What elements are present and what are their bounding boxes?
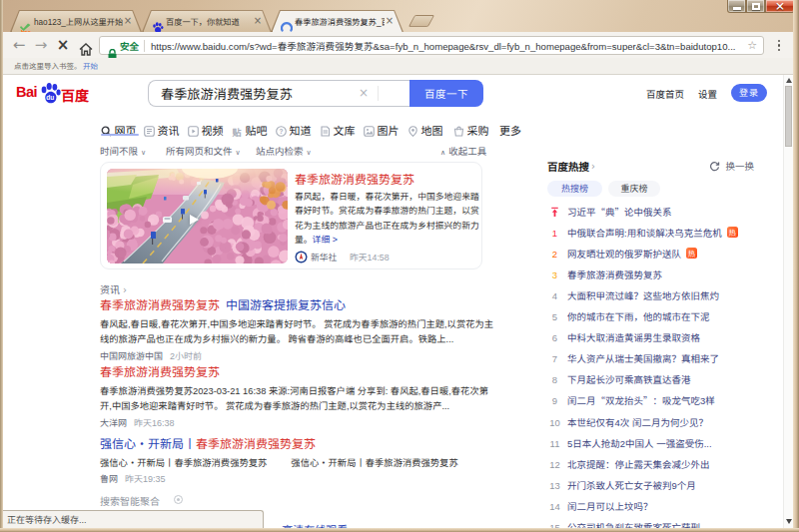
tab-close-icon[interactable]: × <box>384 14 396 28</box>
window-close-button[interactable]: × <box>765 0 795 13</box>
result-snippet: 强信心·开新局丨春季旅游消费强势复苏强信心·开新局丨春季旅游消费强势复苏 <box>100 455 523 470</box>
nav-tab-4[interactable]: 贴贴吧 <box>232 116 268 132</box>
nav-tab-10[interactable]: 更多 <box>499 116 521 132</box>
nav-tab-1[interactable]: 网页 <box>101 116 137 132</box>
hot-item-text[interactable]: 开门杀致人死亡女子被判9个月 <box>567 475 696 496</box>
hot-item-text[interactable]: 本世纪仅有4次 闰二月为何少见？ <box>567 412 708 433</box>
new-tab-button[interactable] <box>408 15 434 27</box>
search-input[interactable]: 春季旅游消费强势复苏 × <box>148 80 409 107</box>
back-button[interactable]: ← <box>8 32 30 58</box>
hot-search-item-3[interactable]: 3春季旅游消费强势复苏 <box>547 265 777 285</box>
video-result-title[interactable]: 春季旅游消费强势复苏 <box>295 170 414 187</box>
hot-search-item-1[interactable]: 1中俄联合声明:用和谈解决乌克兰危机热 <box>547 223 777 244</box>
hot-search-item-10[interactable]: 10本世纪仅有4次 闰二月为何少见？ <box>547 412 777 433</box>
rank-number: 11 <box>547 433 562 454</box>
clear-search-icon[interactable]: × <box>357 81 371 106</box>
hot-search-item-5[interactable]: 5你的城市在下雨，他的城市在下泥 <box>547 306 777 327</box>
clipped-result-title[interactable]: ∧高清在线观看 <box>267 521 348 528</box>
filter-dropdown-1[interactable]: 时间不限∨ <box>100 144 146 160</box>
home-button[interactable] <box>75 32 97 58</box>
hot-tab-chongqing[interactable]: 重庆榜 <box>608 181 660 197</box>
filter-dropdown-3[interactable]: 站点内检索∨ <box>256 144 312 160</box>
hot-search-item-15[interactable]: 15公交司机急刹车致乘客死亡获刑 <box>547 517 777 528</box>
url-text[interactable]: https://www.baidu.com/s?wd=春季旅游消费强势复苏&sa… <box>151 37 745 55</box>
nav-tab-8[interactable]: 地图 <box>407 116 443 132</box>
news-section-header[interactable]: 资讯› <box>100 281 127 296</box>
scrollbar-thumb[interactable] <box>785 86 792 147</box>
browser-tab-current[interactable]: 春季旅游消费强势复苏_百度搜索 × <box>271 10 403 32</box>
hot-search-title[interactable]: 百度热搜 <box>547 160 589 174</box>
nav-tab-5[interactable]: ?知道 <box>276 116 312 132</box>
chevron-right-icon: › <box>591 160 595 174</box>
login-button[interactable]: 登录 <box>731 84 767 102</box>
hot-search-item-9[interactable]: 9闰二月“双龙抬头”：吸龙气吃3样 <box>547 390 777 411</box>
filter-dropdown-2[interactable]: 所有网页和文件∨ <box>166 144 241 160</box>
hot-search-item-8[interactable]: 8下月起长沙可乘高铁直达香港 <box>547 369 777 390</box>
window-minimize-button[interactable] <box>727 0 746 13</box>
browser-tab-baidu-home[interactable]: 百度一下，你就知道 × <box>142 10 272 32</box>
address-bar[interactable]: 安全 https://www.baidu.com/s?wd=春季旅游消费强势复苏… <box>99 36 764 55</box>
result-source: 大洋网昨天16:38 <box>100 417 523 429</box>
hot-item-text[interactable]: 北京提醒：停止露天集会减少外出 <box>567 454 710 475</box>
hot-tab-hotlist[interactable]: 热搜榜 <box>547 181 602 197</box>
hot-item-text[interactable]: 5日本人抢劫2中国人 一强盗受伤... <box>567 433 712 454</box>
tab-close-icon[interactable]: × <box>252 14 264 28</box>
result-title[interactable]: 春季旅游消费强势复苏 <box>100 363 523 378</box>
hot-item-text[interactable]: 闰二月“双龙抬头”：吸龙气吃3样 <box>567 390 715 411</box>
hot-search-item-7[interactable]: 7华人资产从瑞士美国撤离？真相来了 <box>547 348 777 369</box>
scroll-up-icon[interactable] <box>786 78 792 83</box>
refresh-icon[interactable] <box>709 161 720 172</box>
wenku-icon <box>320 118 331 142</box>
more-link[interactable]: 详细 > <box>313 233 338 246</box>
scroll-down-icon[interactable] <box>786 519 792 524</box>
tab-close-icon[interactable]: × <box>122 14 134 28</box>
source-name: 新华社 <box>311 251 337 264</box>
nav-tab-6[interactable]: 文库 <box>320 116 356 132</box>
collapse-tools-link[interactable]: ∧收起工具 <box>440 144 486 160</box>
hot-item-text[interactable]: 网友晒壮观的俄罗斯护送队热 <box>567 244 697 265</box>
forward-button[interactable]: → <box>30 32 52 58</box>
hot-search-item-4[interactable]: 4大面积甲流过峰？这些地方依旧焦灼 <box>547 285 777 306</box>
hot-search-item-11[interactable]: 115日本人抢劫2中国人 一强盗受伤... <box>547 433 777 454</box>
bookmark-star-icon[interactable]: ☆ <box>747 37 757 55</box>
search-icon <box>101 118 112 142</box>
nav-tab-7[interactable]: 图片 <box>364 116 400 132</box>
refresh-label[interactable]: 换一换 <box>725 160 754 173</box>
hot-search-item-pin[interactable]: 习近平“典”论中俄关系 <box>547 202 777 223</box>
hot-search-item-13[interactable]: 13开门杀致人死亡女子被判9个月 <box>547 475 777 496</box>
hot-item-text[interactable]: 下月起长沙可乘高铁直达香港 <box>567 369 691 390</box>
bookmark-import-start-link[interactable]: 开始 <box>83 58 98 74</box>
hot-item-text[interactable]: 中科大取消造黄谣男生录取资格 <box>567 327 700 348</box>
nav-tab-3[interactable]: 视频 <box>188 116 224 132</box>
baidu-logo[interactable]: Bai du 百度 <box>16 82 106 106</box>
hot-search-item-12[interactable]: 12北京提醒：停止露天集会减少外出 <box>547 454 777 475</box>
hot-item-text[interactable]: 习近平“典”论中俄关系 <box>567 202 672 223</box>
nav-tab-9[interactable]: 采购 <box>453 116 489 132</box>
browser-menu-button[interactable] <box>770 36 788 54</box>
result-title[interactable]: 强信心·开新局丨春季旅游消费强势复苏 <box>100 435 523 450</box>
hot-search-item-6[interactable]: 6中科大取消造黄谣男生录取资格 <box>547 327 777 348</box>
window-maximize-button[interactable] <box>746 0 765 13</box>
browser-tab-hao123[interactable]: hao hao123_上网从这里开始 × <box>10 10 142 32</box>
tieba-icon: 贴 <box>232 118 243 142</box>
video-thumbnail[interactable] <box>107 169 288 264</box>
search-button[interactable]: 百度一下 <box>409 80 483 107</box>
hot-item-text[interactable]: 华人资产从瑞士美国撤离？真相来了 <box>567 348 719 369</box>
page-scrollbar[interactable] <box>783 75 793 528</box>
hot-item-text[interactable]: 你的城市在下雨，他的城市在下泥 <box>567 306 710 327</box>
settings-link[interactable]: 设置 <box>698 87 717 101</box>
result-source: 鲁网昨天19:35 <box>100 473 523 485</box>
hot-item-text[interactable]: 公交司机急刹车致乘客死亡获刑 <box>567 517 700 528</box>
hot-search-item-14[interactable]: 14闰二月可以上坟吗？ <box>547 496 777 517</box>
hot-search-item-2[interactable]: 2网友晒壮观的俄罗斯护送队热 <box>547 244 777 265</box>
baidu-home-link[interactable]: 百度首页 <box>646 87 684 101</box>
hot-item-text[interactable]: 中俄联合声明:用和谈解决乌克兰危机热 <box>567 223 738 244</box>
xinhua-logo-icon <box>295 251 308 264</box>
video-result-card[interactable]: 春季旅游消费强势复苏 春风起，春日暖，春花次第开，中国多地迎来踏春好时节。赏花成… <box>100 162 482 269</box>
hot-item-text[interactable]: 春季旅游消费强势复苏 <box>567 265 662 285</box>
hot-item-text[interactable]: 大面积甲流过峰？这些地方依旧焦灼 <box>567 285 719 306</box>
nav-tab-2[interactable]: 资讯 <box>144 116 180 132</box>
hot-item-text[interactable]: 闰二月可以上坟吗？ <box>567 496 653 517</box>
result-title[interactable]: 春季旅游消费强势复苏中国游客提振复苏信心 <box>100 296 523 311</box>
stop-button[interactable]: × <box>52 32 74 58</box>
